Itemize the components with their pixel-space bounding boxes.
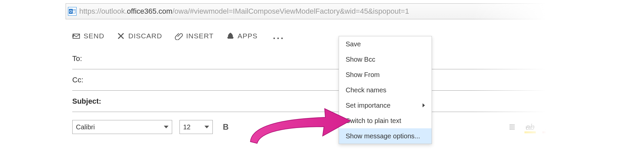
menu-item-label: Show Bcc <box>346 56 375 63</box>
menu-item-label: Show From <box>346 71 380 79</box>
discard-label: DISCARD <box>128 32 162 40</box>
more-actions-button[interactable]: ... <box>270 31 287 41</box>
subject-row[interactable]: Subject: <box>72 91 572 112</box>
cc-row[interactable]: Cc: <box>72 69 572 91</box>
font-size-dropdown[interactable]: 12 <box>179 120 213 134</box>
insert-label: INSERT <box>186 32 214 40</box>
close-icon <box>117 32 125 40</box>
paperclip-icon <box>175 32 183 40</box>
send-label: SEND <box>84 32 104 40</box>
font-color-button[interactable]: A <box>542 121 554 133</box>
url-text: https://outlook.office365.com/owa/#viewm… <box>79 7 409 16</box>
highlight-glyph: ab <box>526 122 535 132</box>
menu-item-show-from[interactable]: Show From <box>339 67 432 82</box>
compose-toolbar: SEND DISCARD INSERT APPS ... <box>66 19 578 48</box>
menu-item-show-bcc[interactable]: Show Bcc <box>339 52 432 67</box>
menu-item-label: Switch to plain text <box>346 117 401 125</box>
outlook-favicon: O <box>68 7 77 16</box>
to-label: To: <box>72 54 106 63</box>
chevron-right-icon <box>423 103 425 107</box>
menu-item-check-names[interactable]: Check names <box>339 82 432 98</box>
svg-text:O: O <box>69 10 72 13</box>
address-bar[interactable]: O https://outlook.office365.com/owa/#vie… <box>66 3 578 19</box>
clear-format-button[interactable]: A <box>560 121 572 133</box>
format-toolbar: Calibri 12 B ab A A <box>66 112 578 134</box>
compose-fields: To: Cc: Subject: <box>66 48 578 112</box>
subject-label: Subject: <box>72 97 106 106</box>
to-row[interactable]: To: <box>72 48 572 69</box>
menu-item-show-message-options[interactable]: Show message options... <box>339 128 432 144</box>
discard-button[interactable]: DISCARD <box>117 32 162 40</box>
font-family-value: Calibri <box>76 123 95 131</box>
apps-button[interactable]: APPS <box>226 32 258 40</box>
insert-button[interactable]: INSERT <box>175 32 214 40</box>
cc-label: Cc: <box>72 76 106 84</box>
apps-label: APPS <box>238 32 258 40</box>
list-button[interactable] <box>506 121 518 133</box>
chevron-down-icon <box>164 126 168 128</box>
more-actions-menu: SaveShow BccShow FromCheck namesSet impo… <box>339 36 432 144</box>
menu-item-save[interactable]: Save <box>339 36 432 52</box>
chevron-down-icon <box>204 126 209 128</box>
menu-item-set-importance[interactable]: Set importance <box>339 98 432 113</box>
font-size-value: 12 <box>183 123 190 131</box>
apps-icon <box>226 32 234 40</box>
font-family-dropdown[interactable]: Calibri <box>72 120 172 134</box>
send-icon <box>72 32 80 40</box>
font-color-glyph: A <box>545 122 551 132</box>
bold-button[interactable]: B <box>220 121 231 133</box>
send-button[interactable]: SEND <box>72 32 104 40</box>
menu-item-label: Show message options... <box>346 132 420 140</box>
menu-item-label: Save <box>346 40 361 48</box>
menu-item-switch-to-plain-text[interactable]: Switch to plain text <box>339 113 432 128</box>
menu-item-label: Check names <box>346 86 386 94</box>
highlight-button[interactable]: ab <box>524 121 536 133</box>
menu-item-label: Set importance <box>346 102 391 109</box>
